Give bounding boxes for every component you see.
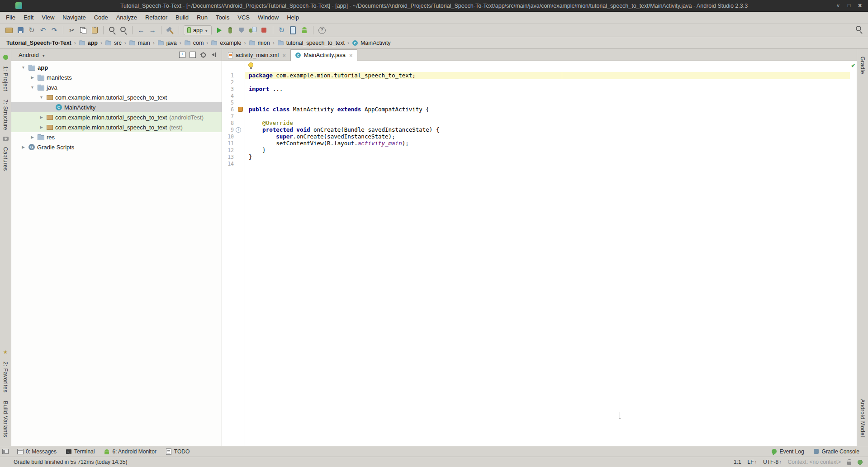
tree-row-res[interactable]: ▶res — [11, 132, 222, 142]
tree-row-com-example-mion-tutorial-speech-to-text-androidtest[interactable]: ▶com.example.mion.tutorial_speech_to_tex… — [11, 112, 222, 122]
maximize-icon[interactable] — [845, 3, 853, 9]
project-view-selector[interactable]: Android — [16, 51, 48, 59]
hide-panel-icon[interactable] — [210, 51, 217, 58]
menu-item-vcs[interactable]: VCS — [233, 12, 254, 24]
camera-icon[interactable] — [3, 137, 9, 141]
toolwindow-button-7-structure[interactable]: 7: Structure — [2, 100, 9, 130]
copy-icon[interactable] — [78, 25, 89, 36]
toolwindow-button-6-android-monitor[interactable]: 6: Android Monitor — [100, 448, 159, 456]
toolwindow-button-2-favorites[interactable]: 2: Favorites — [2, 362, 9, 393]
tree-row-com-example-mion-tutorial-speech-to-text-test[interactable]: ▶com.example.mion.tutorial_speech_to_tex… — [11, 122, 222, 132]
toolwindow-button-terminal[interactable]: Terminal — [62, 448, 98, 456]
class-marker-icon[interactable] — [236, 107, 245, 112]
menu-item-help[interactable]: Help — [283, 12, 303, 24]
breadcrumb-com[interactable]: com — [182, 39, 206, 47]
help-icon[interactable] — [317, 25, 327, 36]
minimize-icon[interactable] — [835, 3, 842, 9]
toolwindow-button-captures[interactable]: Captures — [2, 147, 9, 171]
sdk-manager-icon[interactable] — [299, 25, 310, 36]
menu-item-navigate[interactable]: Navigate — [58, 12, 90, 24]
toolwindow-button-todo[interactable]: TODO — [162, 448, 193, 456]
tree-expanded-arrow-icon[interactable]: ▼ — [20, 65, 26, 70]
intention-bulb-icon[interactable] — [248, 62, 253, 67]
debug-icon[interactable] — [225, 25, 236, 36]
sync-icon[interactable] — [26, 25, 37, 36]
tree-collapsed-arrow-icon[interactable]: ▶ — [38, 115, 44, 119]
collapse-all-icon[interactable] — [189, 51, 196, 58]
menu-item-refactor[interactable]: Refactor — [141, 12, 171, 24]
star-icon[interactable] — [3, 348, 8, 355]
tree-expanded-arrow-icon[interactable]: ▼ — [29, 85, 35, 90]
open-icon[interactable] — [4, 25, 14, 36]
breadcrumb-tutorial-speech-to-text[interactable]: tutorial_speech_to_text — [275, 39, 346, 47]
tree-row-gradle-scripts[interactable]: ▶GGradle Scripts — [11, 142, 222, 152]
project-tree[interactable]: ▼app▶manifests▼java▼com.example.mion.tut… — [11, 61, 222, 446]
close-tab-icon[interactable]: × — [349, 52, 353, 59]
menu-item-build[interactable]: Build — [171, 12, 193, 24]
toolwindow-button-0-messages[interactable]: 0: Messages — [14, 448, 60, 456]
menu-item-code[interactable]: Code — [90, 12, 112, 24]
make-project-icon[interactable] — [165, 25, 175, 36]
search-everywhere-icon[interactable] — [854, 24, 864, 35]
coverage-icon[interactable] — [236, 25, 247, 36]
line-separator-widget[interactable]: LF ↕ — [748, 459, 757, 465]
paste-icon[interactable] — [89, 25, 100, 36]
caret-position-widget[interactable]: 1:1 — [734, 459, 741, 465]
code-pane[interactable]: package com.example.mion.tutorial_speech… — [245, 61, 850, 446]
breadcrumb-example[interactable]: example — [209, 39, 243, 47]
close-tab-icon[interactable]: × — [282, 52, 286, 59]
tab-mainactivity-java[interactable]: CMainActivity.java× — [290, 49, 357, 61]
attach-debugger-icon[interactable] — [247, 25, 258, 36]
run-icon[interactable] — [213, 25, 224, 36]
menu-item-edit[interactable]: Edit — [19, 12, 38, 24]
tree-row-com-example-mion-tutorial-speech-to-text[interactable]: ▼com.example.mion.tutorial_speech_to_tex… — [11, 92, 222, 102]
run-config-select[interactable]: app — [184, 25, 212, 35]
toolwindow-switcher-icon[interactable] — [2, 449, 9, 454]
menu-item-run[interactable]: Run — [193, 12, 212, 24]
gradle-sync-icon[interactable] — [276, 25, 287, 36]
back-icon[interactable] — [136, 25, 147, 36]
breadcrumb-mion[interactable]: mion — [247, 39, 272, 47]
toolwindow-button-event-log[interactable]: Event Log — [768, 448, 807, 456]
inspections-profile-icon[interactable] — [858, 460, 863, 465]
toolwindow-button-build-variants[interactable]: Build Variants — [2, 401, 9, 437]
tree-collapsed-arrow-icon[interactable]: ▶ — [29, 135, 35, 139]
lock-icon[interactable] — [847, 462, 851, 465]
menu-item-tools[interactable]: Tools — [212, 12, 233, 24]
breadcrumb-tutorial-speech-to-text[interactable]: Tutorial_Speech-To-Text — [5, 39, 73, 47]
toolwindow-button-gradle[interactable]: Gradle — [859, 57, 866, 74]
find-icon[interactable] — [107, 25, 118, 36]
breadcrumb-src[interactable]: src — [103, 39, 123, 47]
tree-expanded-arrow-icon[interactable]: ▼ — [38, 95, 44, 100]
forward-icon[interactable] — [147, 25, 158, 36]
menu-item-view[interactable]: View — [38, 12, 58, 24]
tree-collapsed-arrow-icon[interactable]: ▶ — [29, 75, 35, 80]
breadcrumb-java[interactable]: java — [156, 39, 179, 47]
menu-item-file[interactable]: File — [2, 12, 19, 24]
tree-row-app[interactable]: ▼app — [11, 62, 222, 72]
tab-activity-main-xml[interactable]: activity_main.xml× — [223, 49, 290, 61]
settings-gear-icon[interactable] — [199, 51, 207, 58]
android-circle-icon[interactable] — [3, 55, 8, 60]
toolwindow-button-android-model[interactable]: Android Model — [859, 399, 866, 437]
error-stripe[interactable] — [850, 61, 857, 446]
cut-icon[interactable] — [66, 25, 77, 36]
tree-collapsed-arrow-icon[interactable]: ▶ — [20, 145, 26, 149]
stop-icon[interactable] — [259, 25, 270, 36]
override-marker-icon[interactable] — [236, 127, 241, 133]
tree-row-java[interactable]: ▼java — [11, 82, 222, 92]
avd-manager-icon[interactable] — [288, 25, 299, 36]
toolwindow-button-1-project[interactable]: 1: Project — [2, 66, 9, 91]
menu-item-analyze[interactable]: Analyze — [112, 12, 141, 24]
close-icon[interactable] — [856, 3, 863, 9]
redo-icon[interactable] — [49, 25, 60, 36]
toolwindow-button-gradle-console[interactable]: Gradle Console — [810, 448, 863, 456]
breadcrumb-app[interactable]: app — [77, 39, 100, 47]
expand-all-icon[interactable] — [179, 51, 186, 58]
breadcrumb-mainactivity[interactable]: CMainActivity — [350, 39, 393, 47]
replace-icon[interactable] — [118, 25, 129, 36]
undo-icon[interactable] — [38, 25, 48, 36]
tree-row-mainactivity[interactable]: CMainActivity — [11, 102, 222, 112]
menu-item-window[interactable]: Window — [254, 12, 283, 24]
tree-row-manifests[interactable]: ▶manifests — [11, 72, 222, 82]
